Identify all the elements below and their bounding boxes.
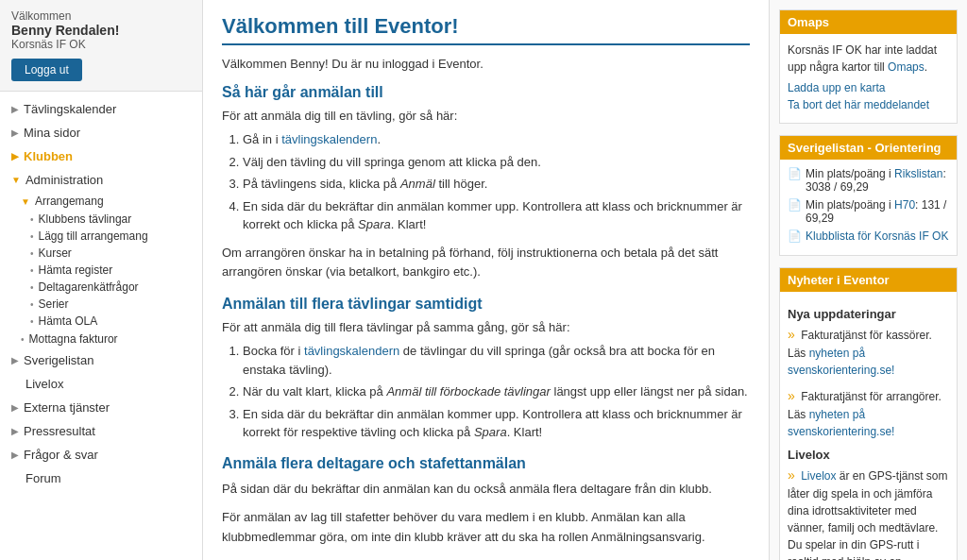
- chevron-right-icon: ▶: [11, 450, 19, 460]
- sidebar-item-sverigelistan[interactable]: ▶ Sverigelistan: [0, 348, 202, 372]
- sidebar-label: Mottagna fakturor: [29, 332, 118, 346]
- intro-text: Välkommen Benny! Du är nu inloggad i Eve…: [222, 57, 750, 71]
- bullet-icon: »: [788, 467, 795, 483]
- h70-link[interactable]: H70: [894, 198, 915, 212]
- sverigelistan-header: Sverigelistan - Orientering: [780, 136, 957, 160]
- nyheter-section-title: Nya uppdateringar: [788, 307, 949, 321]
- sverigelistan-row1: 📄 Min plats/poäng i Rikslistan: 3038 / 6…: [788, 167, 949, 194]
- sidebar-item-mottagna-fakturor[interactable]: • Mottagna fakturor: [21, 330, 202, 348]
- klubblista-link[interactable]: Klubblista för Korsnäs IF OK: [806, 229, 948, 243]
- section2-intro: För att anmäla dig till flera tävlingar …: [222, 320, 750, 334]
- sidebar-item-lagg-till[interactable]: • Lägg till arrangemang: [30, 228, 202, 245]
- livelox-text: » Livelox är en GPS-tjänst som låter dig…: [788, 466, 949, 560]
- sidebar-club: Korsnäs IF OK: [11, 38, 191, 51]
- tavlingskalender-link[interactable]: tävlingskalendern: [281, 132, 377, 146]
- omaps-dismiss-link[interactable]: Ta bort det här meddelandet: [788, 98, 949, 111]
- sverigelistan-body: 📄 Min plats/poäng i Rikslistan: 3038 / 6…: [780, 160, 957, 255]
- section3-title: Anmäla flera deltagare och stafettanmäla…: [222, 455, 750, 472]
- section1-intro: För att anmäla dig till en tävling, gör …: [222, 109, 750, 123]
- page-title: Välkommen till Eventor!: [222, 14, 750, 45]
- sidebar-item-mina-sidor[interactable]: ▶ Mina sidor: [0, 121, 202, 144]
- sidebar-label: Livelox: [25, 377, 63, 391]
- sidebar-item-forum[interactable]: Forum: [0, 467, 202, 490]
- sidebar-item-administration[interactable]: ▼ Administration: [0, 168, 202, 192]
- sidebar-item-deltagarenkattfragor[interactable]: • Deltagarenkätfrågor: [30, 279, 202, 296]
- right-panel: Omaps Korsnäs IF OK har inte laddat upp …: [769, 0, 967, 560]
- sidebar-item-hamta-register[interactable]: • Hämta register: [30, 262, 202, 279]
- list-item: När du valt klart, klicka på Anmäl till …: [243, 382, 750, 401]
- sidebar-item-pressresultat[interactable]: ▶ Pressresultat: [0, 419, 202, 443]
- logout-button[interactable]: Logga ut: [11, 59, 82, 81]
- news-item-1: » Fakturatjänst för kassörer. Läs nyhete…: [788, 325, 949, 379]
- sidebar-item-fragor-svar[interactable]: ▶ Frågor & svar: [0, 443, 202, 467]
- sidebar-label: Sverigelistan: [24, 353, 93, 367]
- sidebar-item-klubben[interactable]: ▶ Klubben: [0, 144, 202, 168]
- omaps-text: Korsnäs IF OK har inte laddat upp några …: [788, 42, 949, 76]
- section2-steps: Bocka för i tävlingskalendern de tävling…: [222, 342, 750, 442]
- doc-icon: 📄: [788, 167, 802, 180]
- sidebar-label: Frågor & svar: [24, 448, 98, 462]
- list-item: Gå in i tävlingskalendern.: [243, 130, 750, 149]
- sidebar-label: Pressresultat: [24, 424, 95, 438]
- omaps-link[interactable]: Omaps: [888, 60, 925, 74]
- sidebar-label: Arrangemang: [35, 195, 104, 208]
- chevron-right-icon: ▶: [11, 355, 19, 365]
- news-link-2[interactable]: nyheten på svenskorientering.se!: [788, 408, 894, 438]
- chevron-right-icon: ▶: [11, 426, 19, 436]
- list-item: En sida där du bekräftar din anmälan kom…: [243, 405, 750, 442]
- list-item: En sida där du bekräftar din anmälan kom…: [243, 197, 750, 234]
- chevron-right-icon: ▶: [11, 151, 19, 161]
- sidebar-item-kurser[interactable]: • Kurser: [30, 245, 202, 262]
- bullet-icon: •: [30, 214, 34, 225]
- sidebar-username: Benny Rendalen!: [11, 23, 191, 38]
- sidebar-label: Klubbens tävlingar: [39, 212, 132, 226]
- chevron-right-icon: ▶: [11, 104, 19, 114]
- sidebar-item-livelox[interactable]: Livelox: [0, 372, 202, 396]
- news-link-1[interactable]: nyheten på svenskorientering.se!: [788, 347, 894, 377]
- sidebar-label: Administration: [25, 173, 103, 187]
- section1-title: Så här går anmälan till: [222, 84, 750, 101]
- bullet-icon: •: [30, 231, 34, 242]
- sidebar-label: Mina sidor: [24, 126, 80, 140]
- sidebar-label: Hämta register: [39, 263, 113, 277]
- doc-icon: 📄: [788, 198, 802, 212]
- bullet-icon: •: [30, 248, 34, 259]
- sidebar-label: Kurser: [39, 246, 72, 260]
- section3-intro: På sidan där du bekräftar din anmälan ka…: [222, 480, 750, 500]
- sverigelistan-text2: Min plats/poäng i H70: 131 / 69,29: [806, 198, 949, 225]
- section2-title: Anmälan till flera tävlingar samtidigt: [222, 296, 750, 313]
- sidebar-label: Externa tjänster: [24, 400, 110, 415]
- section1-note: Om arrangören önskar ha in betalning på …: [222, 244, 750, 283]
- sidebar-item-hamta-ola[interactable]: • Hämta OLA: [30, 313, 202, 330]
- chevron-down-icon: ▼: [11, 175, 21, 185]
- sidebar-header: Välkommen Benny Rendalen! Korsnäs IF OK …: [0, 0, 202, 92]
- doc-icon: 📄: [788, 229, 802, 243]
- sidebar-item-serier[interactable]: • Serier: [30, 296, 202, 313]
- omaps-body: Korsnäs IF OK har inte laddat upp några …: [780, 34, 957, 123]
- sverigelistan-row3: 📄 Klubblista för Korsnäs IF OK: [788, 229, 949, 243]
- omaps-widget: Omaps Korsnäs IF OK har inte laddat upp …: [779, 9, 958, 124]
- tavlingskalendern-link2[interactable]: tävlingskalendern: [304, 344, 399, 358]
- sidebar-label: Lägg till arrangemang: [39, 229, 148, 243]
- rikslistan-link[interactable]: Rikslistan: [894, 167, 942, 180]
- section1-steps: Gå in i tävlingskalendern. Välj den tävl…: [222, 130, 750, 234]
- bullet-icon: •: [21, 334, 25, 345]
- sidebar-item-externa-tjanster[interactable]: ▶ Externa tjänster: [0, 396, 202, 419]
- sverigelistan-row2: 📄 Min plats/poäng i H70: 131 / 69,29: [788, 198, 949, 225]
- omaps-upload-link[interactable]: Ladda upp en karta: [788, 81, 949, 94]
- sidebar-label: Tävlingskalender: [24, 102, 116, 116]
- sidebar-welcome: Välkommen: [11, 9, 191, 23]
- list-item: Bocka för i tävlingskalendern de tävling…: [243, 342, 750, 379]
- livelox-link[interactable]: Livelox: [801, 469, 836, 483]
- sidebar-item-arrangemang[interactable]: ▼ Arrangemang: [21, 192, 202, 211]
- sverigelistan-widget: Sverigelistan - Orientering 📄 Min plats/…: [779, 135, 958, 256]
- section3-text2: För anmälan av lag till stafetter behöve…: [222, 508, 750, 548]
- chevron-down-icon: ▼: [21, 196, 30, 207]
- sidebar-label: Deltagarenkätfrågor: [39, 280, 139, 294]
- sidebar-item-klubbens-tavlingar[interactable]: • Klubbens tävlingar: [30, 211, 202, 228]
- sidebar-label: Forum: [25, 471, 61, 485]
- bullet-icon: »: [788, 327, 795, 342]
- sidebar-item-tavlingskalender[interactable]: ▶ Tävlingskalender: [0, 97, 202, 121]
- omaps-header: Omaps: [780, 10, 957, 34]
- news-item-2: » Fakturatjänst för arrangörer. Läs nyhe…: [788, 386, 949, 440]
